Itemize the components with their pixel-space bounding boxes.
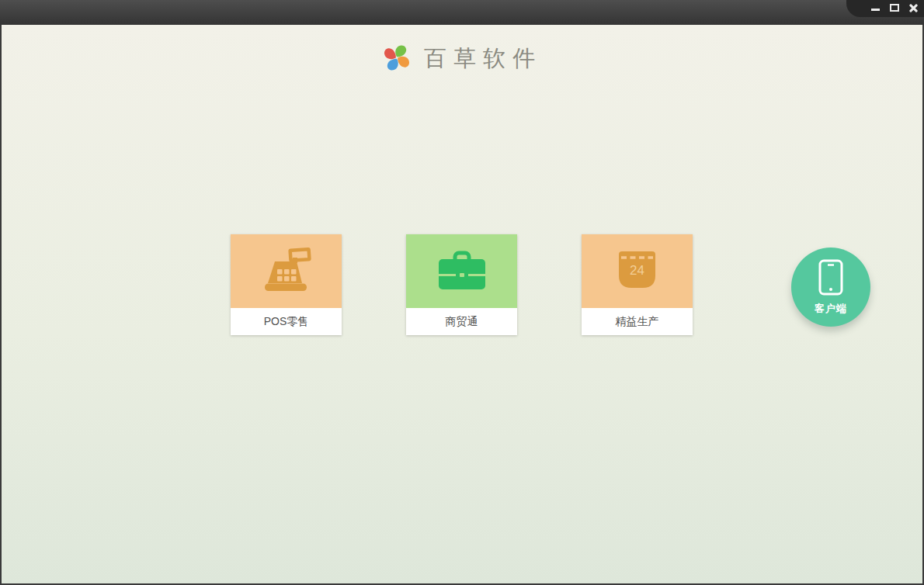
card-top [231,234,342,308]
minimize-icon [871,9,880,11]
product-card-trade[interactable]: 商贸通 [406,234,517,335]
card-label: 商贸通 [406,308,517,335]
briefcase-icon [438,250,486,293]
app-window: 百草软件 [0,0,924,585]
cash-register-icon [261,248,312,296]
card-label: 精益生产 [582,308,693,335]
close-button[interactable] [906,2,919,14]
card-label: POS零售 [231,308,342,335]
product-card-pos[interactable]: POS零售 [231,234,342,335]
pinwheel-logo-icon [382,43,412,75]
client-button-label: 客户端 [815,302,847,316]
smartphone-icon [818,259,843,299]
app-title: 百草软件 [424,43,542,74]
brand-header: 百草软件 [2,42,922,76]
card-top [406,234,517,308]
main-content: 百草软件 [0,25,924,585]
minimize-button[interactable] [869,2,882,14]
calendar-day-number: 24 [630,263,644,278]
client-button[interactable]: 客户端 [791,248,870,327]
calendar-icon: 24 [619,251,655,291]
titlebar[interactable] [0,0,924,25]
maximize-button[interactable] [888,2,901,14]
maximize-icon [890,4,899,12]
window-controls [846,0,924,17]
close-icon [908,3,918,12]
product-card-lean[interactable]: 24 精益生产 [582,234,693,335]
card-top: 24 [582,234,693,308]
